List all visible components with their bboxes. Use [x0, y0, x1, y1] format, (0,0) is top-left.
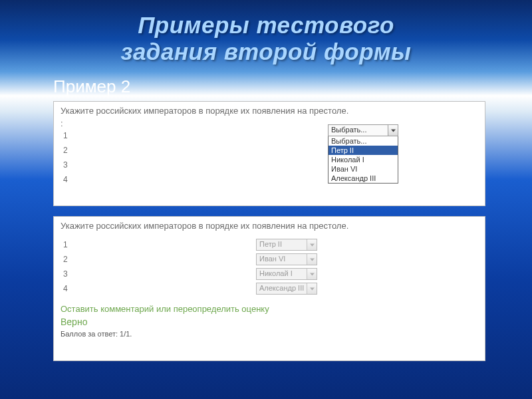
comment-link[interactable]: Оставить комментарий или переопределить …	[54, 296, 485, 315]
answer-row: 4	[61, 172, 478, 187]
answer-select-wrap: Николай I	[256, 268, 317, 280]
answer-row: 3	[61, 158, 478, 172]
chevron-down-icon[interactable]	[388, 125, 398, 136]
answer-row: 2	[61, 143, 478, 158]
emperor-select-disabled: Николай I	[256, 268, 317, 280]
title-line-2: задания второй формы	[121, 39, 412, 65]
select-value: Иван VI	[257, 254, 307, 265]
result-text: Верно	[54, 315, 485, 329]
row-number: 2	[63, 146, 83, 155]
answer-row: 2 Иван VI	[61, 252, 478, 267]
row-number: 3	[63, 160, 83, 170]
score-text: Баллов за ответ: 1/1.	[54, 329, 485, 340]
select-option[interactable]: Николай I	[329, 155, 398, 164]
answer-row: 1 Петр II	[61, 237, 478, 252]
row-number: 1	[63, 131, 83, 140]
question-panel-2: Укажите российских императоров в порядке…	[53, 216, 485, 361]
select-label: Выбрать...	[329, 125, 388, 136]
question-colon: :	[54, 118, 485, 128]
question-panel-1: Укажите российских императоров в порядке…	[53, 101, 485, 206]
select-value: Николай I	[257, 269, 307, 279]
chevron-down-icon	[307, 269, 317, 279]
answer-select-wrap: Иван VI	[256, 253, 317, 265]
answer-rows-2: 1 Петр II 2 Иван VI 3	[54, 233, 485, 296]
chevron-down-icon	[307, 239, 317, 250]
row-number: 4	[63, 175, 83, 184]
chevron-down-icon	[307, 283, 317, 294]
row-number: 3	[63, 269, 83, 279]
select-closed[interactable]: Выбрать...	[328, 124, 398, 136]
chevron-down-icon	[307, 254, 317, 265]
select-value: Петр II	[257, 239, 307, 250]
question-text-1: Укажите российских императоров в порядке…	[54, 102, 485, 118]
answer-row: 4 Александр III	[61, 281, 478, 296]
row-number: 2	[63, 255, 83, 264]
answer-row: 3 Николай I	[61, 267, 478, 281]
emperor-select-open[interactable]: Выбрать... Выбрать... Петр II Николай I …	[328, 124, 398, 184]
select-listbox[interactable]: Выбрать... Петр II Николай I Иван VI Але…	[328, 136, 398, 184]
answer-select-wrap: Александр III	[256, 283, 317, 295]
question-text-2: Укажите российских императоров в порядке…	[54, 217, 485, 233]
title-line-1: Примеры тестового	[138, 12, 394, 38]
select-option[interactable]: Александр III	[329, 174, 398, 183]
row-number: 1	[63, 240, 83, 249]
emperor-select-disabled: Иван VI	[256, 253, 317, 265]
slide: Примеры тестового задания второй формы П…	[0, 0, 532, 399]
select-option[interactable]: Иван VI	[329, 164, 398, 174]
slide-subtitle: Пример 2	[53, 76, 130, 97]
select-option-selected[interactable]: Петр II	[329, 146, 398, 155]
emperor-select-disabled: Александр III	[256, 283, 317, 295]
row-number: 4	[63, 284, 83, 293]
slide-title: Примеры тестового задания второй формы	[0, 12, 532, 66]
emperor-select-disabled: Петр II	[256, 239, 317, 251]
answer-rows-1: 1 2 3 4	[54, 128, 485, 187]
answer-row: 1	[61, 128, 478, 143]
select-value: Александр III	[257, 283, 307, 294]
answer-select-wrap: Петр II	[256, 239, 317, 251]
select-option[interactable]: Выбрать...	[329, 136, 398, 146]
